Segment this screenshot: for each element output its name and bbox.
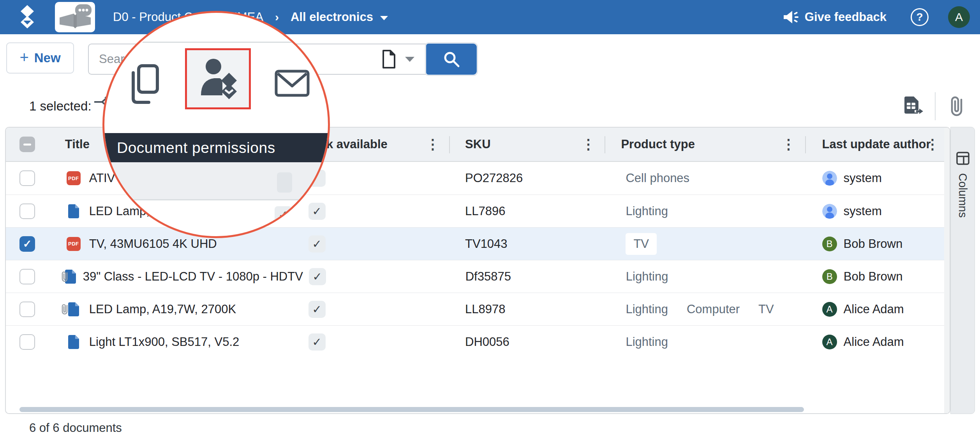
column-menu-icon[interactable]: ⋮	[581, 137, 595, 151]
document-count-label: 6 of 6 documents	[29, 421, 122, 435]
title-cell: Light LT1x900, SB517, V5.2	[59, 326, 293, 358]
document-title: 39" Class - LED-LCD TV - 1080p - HDTV	[83, 270, 303, 284]
table-row[interactable]: 39" Class - LED-LCD TV - 1080p - HDTV✓Df…	[6, 260, 950, 293]
columns-panel-label: Columns	[956, 173, 969, 217]
table-footer: 6 of 6 documents	[0, 414, 980, 442]
attachments-paperclip-icon[interactable]	[950, 95, 965, 118]
product-type-cell: TV	[605, 228, 806, 260]
row-checkbox[interactable]	[19, 334, 35, 350]
sku-value: LL7896	[465, 204, 505, 218]
topbar-right: Give feedback ? A	[783, 0, 970, 34]
column-menu-icon[interactable]: ⋮	[925, 137, 939, 151]
column-menu-icon[interactable]: ⋮	[426, 137, 440, 151]
magnifier-annotation: Document permissions ✓	[102, 11, 330, 238]
sku-cell: LL7896	[450, 195, 605, 227]
product-type-cell: Lighting	[606, 260, 806, 293]
author-cell: AAlice Adam	[806, 326, 950, 358]
attachment-paperclip-icon	[61, 303, 69, 316]
stock-check-icon: ✓	[308, 235, 326, 253]
selected-count-label: 1 selected:	[29, 99, 92, 114]
app-logo-icon[interactable]	[21, 5, 34, 29]
author-cell: BBob Brown	[806, 260, 950, 293]
stock-check-icon: ✓	[308, 333, 326, 351]
row-select-cell	[6, 260, 59, 293]
row-checkbox[interactable]	[19, 203, 35, 219]
document-title: TV, 43MU6105 4K UHD	[89, 237, 217, 251]
search-button[interactable]	[426, 44, 477, 75]
export-table-icon[interactable]	[903, 96, 923, 118]
sku-cell: PO272826	[450, 162, 605, 195]
avatar	[822, 171, 837, 186]
product-type-tag: Lighting	[626, 335, 668, 349]
title-cell: LED Lamp, A19,7W, 2700K	[59, 293, 293, 325]
sku-cell: Df35875	[450, 260, 606, 293]
row-select-cell: ✓	[6, 228, 59, 260]
row-checkbox[interactable]	[19, 269, 35, 284]
stock-check-icon: ✓	[309, 268, 326, 285]
row-select-cell	[6, 195, 59, 227]
columns-panel-toggle[interactable]: Columns	[950, 127, 975, 414]
chevron-down-icon	[405, 57, 414, 62]
author-name: Bob Brown	[844, 237, 903, 251]
title-cell: 39" Class - LED-LCD TV - 1080p - HDTV	[59, 260, 293, 293]
pdf-file-icon: PDF	[67, 237, 81, 251]
sku-cell: LL8978	[450, 293, 605, 325]
column-header-label: Title	[65, 137, 90, 151]
person-permissions-icon	[198, 57, 238, 101]
author-name: system	[844, 171, 882, 185]
doctype-filter-dropdown[interactable]	[381, 49, 426, 69]
title-cell: PDFTV, 43MU6105 4K UHD	[59, 228, 293, 260]
product-type-tag: Cell phones	[626, 171, 689, 185]
table-row[interactable]: Light LT1x900, SB517, V5.2✓DH0056Lightin…	[6, 325, 950, 358]
product-type-tag: Lighting	[626, 302, 668, 316]
row-select-cell	[6, 162, 59, 195]
product-type-cell: Lighting	[605, 195, 806, 227]
product-type-cell: LightingComputerTV	[605, 293, 806, 325]
help-button[interactable]: ?	[911, 8, 929, 26]
row-checkbox[interactable]: ✓	[19, 236, 35, 252]
new-button[interactable]: + New	[6, 42, 74, 74]
product-type-tag: TV	[758, 302, 774, 316]
document-file-icon	[67, 302, 80, 317]
table-row[interactable]: ✓PDFTV, 43MU6105 4K UHD✓TV1043TVBBob Bro…	[6, 227, 950, 260]
column-header-label: Product type	[621, 137, 694, 151]
user-avatar[interactable]: A	[948, 6, 970, 28]
table-row[interactable]: LED Lamp, A19,7W, 2700K✓LL8978LightingCo…	[6, 293, 950, 325]
document-permissions-button[interactable]	[185, 48, 251, 109]
attachment-paperclip-icon	[61, 270, 69, 283]
document-icon	[381, 49, 397, 69]
breadcrumb-section-dropdown[interactable]: All electronics	[291, 10, 388, 24]
email-icon[interactable]	[275, 70, 310, 98]
stock-cell: ✓	[293, 195, 450, 227]
avatar: A	[822, 302, 837, 317]
give-feedback-button[interactable]: Give feedback	[783, 9, 887, 25]
sku-value: TV1043	[465, 237, 508, 251]
product-type-cell: Lighting	[605, 326, 806, 358]
author-cell: system	[806, 162, 950, 195]
plus-icon: +	[19, 49, 28, 65]
copy-icon[interactable]	[130, 64, 159, 106]
row-checkbox[interactable]	[19, 170, 35, 186]
document-file-icon	[67, 203, 80, 219]
question-mark-icon: ?	[916, 11, 923, 23]
product-type-cell: Cell phones	[605, 162, 806, 195]
select-all-checkbox[interactable]	[19, 137, 35, 152]
column-menu-icon[interactable]: ⋮	[782, 137, 796, 151]
product-type-tag: Lighting	[626, 204, 668, 218]
author-cell: system	[806, 195, 950, 227]
row-checkbox[interactable]	[19, 302, 35, 317]
row-select-cell	[6, 326, 59, 358]
vertical-scrollbar-track[interactable]	[944, 128, 950, 413]
give-feedback-label: Give feedback	[805, 10, 887, 24]
workspace-logo-icon[interactable]	[55, 2, 95, 32]
author-cell: AAlice Adam	[806, 293, 950, 325]
column-header-sku: SKU⋮	[450, 128, 605, 161]
sku-value: LL8978	[465, 302, 505, 316]
stock-check-icon: ✓	[308, 301, 326, 318]
author-name: Alice Adam	[844, 335, 904, 349]
horizontal-scrollbar[interactable]	[19, 407, 804, 412]
columns-icon	[956, 151, 970, 165]
author-cell: BBob Brown	[806, 228, 950, 260]
stock-cell: ✓	[293, 228, 450, 260]
avatar: B	[822, 237, 837, 251]
